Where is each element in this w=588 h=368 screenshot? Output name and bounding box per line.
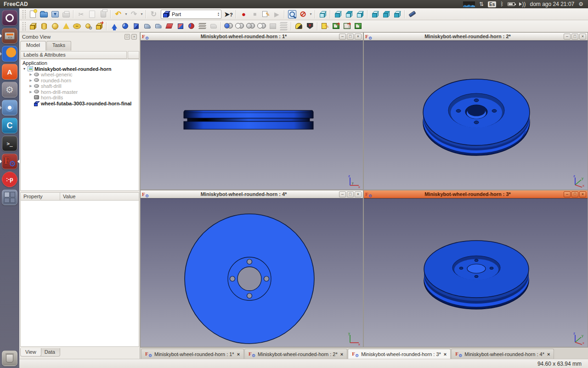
- tree-item-selected[interactable]: wheel-futaba-3003-rounded-horn-final: [23, 101, 139, 107]
- tab-close-icon[interactable]: ×: [237, 351, 240, 357]
- bluetooth-icon[interactable]: ᛒ: [500, 0, 503, 8]
- macro-stop-button[interactable]: ■: [249, 9, 260, 19]
- wheel-3d-model-front[interactable]: [141, 199, 363, 347]
- macro-play-button[interactable]: ▶: [271, 9, 282, 19]
- undo-dropdown[interactable]: ▾: [124, 9, 128, 19]
- workbench-spinner[interactable]: ▴▾: [218, 12, 220, 17]
- subwindow-4-titlebar[interactable]: F⚙ Miniskybot-wheel-rounded-horn : 4* – …: [141, 190, 363, 198]
- tab-data[interactable]: Data: [40, 348, 60, 356]
- redo-dropdown[interactable]: ▾: [140, 9, 144, 19]
- battery-icon[interactable]: [508, 2, 515, 6]
- part-sphere-button[interactable]: [50, 21, 60, 31]
- chamfer-button[interactable]: [153, 21, 164, 31]
- mdi-tab-3[interactable]: F⚙ Miniskybot-wheel-rounded-horn : 3* ×: [348, 349, 451, 359]
- fit-all-button[interactable]: [287, 9, 297, 19]
- property-table-body[interactable]: [20, 201, 139, 347]
- tree-item[interactable]: horn-drills: [23, 95, 139, 101]
- tree-document[interactable]: ▼ Miniskybot-wheel-rounded-horn: [23, 66, 139, 72]
- revolve-button[interactable]: [120, 21, 130, 31]
- toolbar-grip[interactable]: [23, 22, 26, 30]
- minimize-button[interactable]: –: [339, 191, 346, 197]
- sweep-button[interactable]: [186, 21, 197, 31]
- tab-close-icon[interactable]: ×: [340, 351, 343, 357]
- network-icon[interactable]: ⇅: [479, 0, 484, 8]
- wheel-3d-model-isometric-2[interactable]: [364, 199, 588, 347]
- view-right-button[interactable]: [355, 9, 365, 19]
- session-menu-icon[interactable]: ⚙: [578, 0, 583, 8]
- keyboard-layout-indicator[interactable]: Es: [488, 1, 496, 7]
- volume-icon[interactable]: )): [519, 0, 526, 8]
- tab-close-icon[interactable]: ×: [444, 351, 447, 357]
- loft-button[interactable]: [175, 21, 186, 31]
- chromium-icon[interactable]: [2, 100, 17, 115]
- minimize-button[interactable]: –: [564, 191, 571, 197]
- view-rear-button[interactable]: [370, 9, 380, 19]
- check-geometry-button[interactable]: [294, 21, 304, 31]
- new-document-button[interactable]: [28, 9, 38, 19]
- save-button[interactable]: [50, 9, 60, 19]
- panel-float-button[interactable]: □: [124, 34, 130, 40]
- boolean-button[interactable]: [223, 21, 234, 31]
- mdi-tab-2[interactable]: F⚙ Miniskybot-wheel-rounded-horn : 2* ×: [244, 349, 347, 359]
- viewport-isometric-top[interactable]: z y x: [364, 40, 588, 190]
- union-button[interactable]: [245, 21, 256, 31]
- view-left-button[interactable]: [392, 9, 402, 19]
- undo-button[interactable]: ↶: [113, 9, 124, 19]
- fillet-button[interactable]: [142, 21, 153, 31]
- dash-icon[interactable]: [2, 10, 17, 26]
- tree-item[interactable]: ▶ wheel-generic: [23, 72, 139, 78]
- viewport-side-view[interactable]: z y x: [141, 40, 363, 190]
- expander-closed-icon[interactable]: ▶: [29, 90, 33, 94]
- expander-closed-icon[interactable]: ▶: [29, 73, 33, 76]
- mdi-tab-4[interactable]: F⚙ Miniskybot-wheel-rounded-horn : 4* ×: [451, 349, 554, 359]
- part-cone-button[interactable]: [61, 21, 71, 31]
- toolbar-grip[interactable]: [23, 10, 26, 18]
- view-front-button[interactable]: [333, 9, 343, 19]
- open-button[interactable]: [39, 9, 49, 19]
- model-tree[interactable]: Application ▼ Miniskybot-wheel-rounded-h…: [20, 59, 139, 191]
- tab-view[interactable]: View: [20, 348, 41, 356]
- tree-item[interactable]: ▶ horn-drill-master: [23, 89, 139, 95]
- value-column-header[interactable]: Value: [60, 193, 139, 200]
- minimize-button[interactable]: –: [564, 34, 571, 40]
- workspace-switcher-icon[interactable]: [2, 190, 17, 205]
- refresh-button[interactable]: ↻: [148, 9, 159, 19]
- view-axonometric-button[interactable]: [317, 9, 328, 19]
- subwindow-1-titlebar[interactable]: F⚙ Miniskybot-wheel-rounded-horn : 1* – …: [141, 33, 363, 40]
- cut-boolean-button[interactable]: [234, 21, 245, 31]
- freecad-launcher-icon[interactable]: F ⚙: [2, 154, 17, 169]
- trash-icon[interactable]: [2, 351, 17, 366]
- panel-close-button[interactable]: ×: [131, 34, 137, 40]
- defeaturing-button[interactable]: [305, 21, 315, 31]
- copy-button[interactable]: [87, 9, 97, 19]
- sketch-on-shape-button[interactable]: ✎: [320, 21, 330, 31]
- ruled-surface-button[interactable]: [164, 21, 175, 31]
- subwindow-2-titlebar[interactable]: F⚙ Miniskybot-wheel-rounded-horn : 2* – …: [364, 33, 588, 40]
- viewport-front-view[interactable]: y x: [141, 198, 363, 347]
- cross-sections-button[interactable]: [197, 21, 208, 31]
- system-settings-icon[interactable]: ⚙: [2, 82, 17, 98]
- tab-tasks[interactable]: Tasks: [46, 41, 71, 51]
- cut-button[interactable]: ✂: [76, 9, 86, 19]
- extrude-button[interactable]: [109, 21, 119, 31]
- import-mesh-button[interactable]: [331, 21, 341, 31]
- part-cylinder-button[interactable]: [39, 21, 49, 31]
- intersection-button[interactable]: [256, 21, 267, 31]
- part-torus-button[interactable]: [72, 21, 82, 31]
- macro-edit-button[interactable]: ✎: [260, 9, 271, 19]
- system-monitor-icon[interactable]: [463, 1, 475, 7]
- minimize-button[interactable]: –: [339, 34, 346, 40]
- close-button[interactable]: ×: [579, 34, 586, 40]
- part-primitives-button[interactable]: ⚙: [83, 21, 93, 31]
- terminal-icon[interactable]: >_: [2, 136, 17, 151]
- section-button[interactable]: [267, 21, 278, 31]
- expander-open-icon[interactable]: ▼: [23, 67, 26, 70]
- draw-style-button[interactable]: ⊘: [298, 9, 308, 19]
- viewport-isometric-side[interactable]: z y x: [364, 198, 588, 347]
- maximize-button[interactable]: □: [347, 34, 354, 40]
- tab-close-icon[interactable]: ×: [547, 351, 550, 357]
- convert-solid-button[interactable]: [353, 21, 363, 31]
- property-column-header[interactable]: Property: [21, 193, 60, 200]
- tree-item[interactable]: ▶ rounded-horn: [23, 78, 139, 84]
- view-top-button[interactable]: [344, 9, 354, 19]
